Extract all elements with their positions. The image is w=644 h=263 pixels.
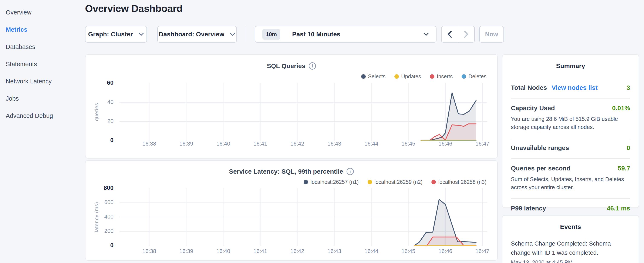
summary-row-description: Sum of Selects, Updates, Inserts, and De…: [511, 175, 630, 191]
svg-text:400: 400: [104, 213, 114, 220]
svg-text:16:43: 16:43: [328, 140, 341, 147]
time-range-badge: 10m: [262, 29, 280, 40]
svg-text:16:42: 16:42: [290, 140, 304, 147]
event-timestamp: May 13, 2020 at 4:45 PM: [511, 259, 630, 263]
controls-divider: [245, 26, 245, 43]
event-text: Schema Change Completed: Schema change w…: [511, 239, 630, 257]
svg-text:16:40: 16:40: [216, 248, 230, 254]
svg-text:16:44: 16:44: [364, 140, 378, 147]
time-step-buttons: [441, 26, 475, 43]
svg-text:16:39: 16:39: [180, 248, 193, 254]
summary-row-value: 59.7: [618, 165, 630, 172]
svg-text:16:38: 16:38: [142, 140, 156, 147]
sidebar-item-jobs[interactable]: Jobs: [6, 90, 84, 107]
previous-timespan-button[interactable]: [442, 26, 458, 42]
svg-text:200: 200: [104, 228, 114, 234]
svg-text:16:47: 16:47: [476, 140, 489, 147]
summary-row-label: P99 latency: [511, 205, 546, 212]
next-timespan-button[interactable]: [458, 26, 474, 42]
summary-row: Total NodesView nodes list3: [511, 78, 630, 99]
chevron-down-icon: [230, 33, 235, 36]
svg-text:16:44: 16:44: [364, 248, 378, 254]
chevron-down-icon: [423, 33, 429, 36]
chevron-right-icon: [464, 31, 468, 38]
summary-row: Unavailable ranges0: [511, 138, 630, 159]
summary-row-value: 0.01%: [612, 105, 630, 112]
svg-text:16:40: 16:40: [216, 140, 230, 147]
summary-row-label: Queries per second: [511, 165, 570, 172]
chart-plot-area[interactable]: 16:3816:3916:4016:4116:4216:4316:4416:45…: [86, 161, 497, 260]
now-button[interactable]: Now: [479, 26, 504, 43]
event-item[interactable]: Schema Change Completed: Schema change w…: [511, 239, 630, 263]
svg-text:16:42: 16:42: [290, 248, 304, 254]
dashboard-selector-dropdown[interactable]: Dashboard: Overview: [157, 26, 237, 43]
sidebar-item-network-latency[interactable]: Network Latency: [6, 73, 84, 90]
sidebar: OverviewMetricsDatabasesStatementsNetwor…: [6, 4, 84, 124]
svg-text:16:39: 16:39: [180, 140, 193, 147]
summary-row-label: Capacity Used: [511, 105, 555, 112]
chevron-down-icon: [138, 33, 144, 36]
svg-text:60: 60: [107, 79, 114, 86]
time-range-selector[interactable]: 10m Past 10 Minutes: [255, 26, 436, 43]
svg-text:800: 800: [104, 184, 114, 191]
events-title: Events: [511, 223, 630, 230]
sidebar-item-databases[interactable]: Databases: [6, 38, 84, 56]
svg-text:16:45: 16:45: [402, 248, 415, 254]
summary-row-head: Queries per second59.7: [511, 165, 630, 172]
summary-row-head: Capacity Used0.01%: [511, 105, 630, 112]
graph-selector-dropdown[interactable]: Graph: Cluster: [85, 26, 147, 43]
svg-text:16:47: 16:47: [476, 248, 489, 254]
svg-text:16:45: 16:45: [402, 140, 415, 147]
svg-text:20: 20: [107, 118, 114, 124]
sidebar-item-metrics[interactable]: Metrics: [6, 21, 84, 38]
chevron-left-icon: [447, 31, 452, 38]
graph-selector-label: Graph: Cluster: [88, 31, 133, 38]
sidebar-item-overview[interactable]: Overview: [6, 4, 84, 21]
svg-text:16:43: 16:43: [328, 248, 341, 254]
svg-text:queries: queries: [94, 103, 99, 121]
dashboard-selector-label: Dashboard: Overview: [159, 31, 224, 38]
sidebar-item-advanced-debug[interactable]: Advanced Debug: [6, 107, 84, 124]
summary-row-value: 46.1 ms: [607, 205, 630, 212]
events-panel: Events Schema Change Completed: Schema c…: [502, 215, 639, 263]
summary-row-label: Unavailable ranges: [511, 144, 569, 151]
summary-row-head: Unavailable ranges0: [511, 144, 630, 151]
summary-panel: Summary Total NodesView nodes list3Capac…: [502, 54, 639, 208]
svg-text:0: 0: [110, 242, 114, 248]
svg-text:0: 0: [110, 137, 114, 143]
time-range-label: Past 10 Minutes: [292, 31, 340, 38]
view-nodes-list-link[interactable]: View nodes list: [552, 84, 598, 91]
chart-plot-area[interactable]: 16:3816:3916:4016:4116:4216:4316:4416:45…: [86, 55, 497, 158]
chart-card-sql-queries: SQL QueriesiSelectsUpdatesInsertsDeletes…: [85, 54, 498, 158]
summary-row-head: Total NodesView nodes list3: [511, 84, 630, 91]
svg-text:40: 40: [107, 99, 114, 105]
svg-text:16:46: 16:46: [438, 248, 452, 254]
summary-title: Summary: [511, 62, 630, 70]
summary-row-label: Total Nodes: [511, 84, 547, 91]
svg-text:16:38: 16:38: [142, 248, 156, 254]
chart-card-service-latency: Service Latency: SQL, 99th percentileilo…: [85, 160, 498, 261]
sidebar-nav-list: OverviewMetricsDatabasesStatementsNetwor…: [6, 4, 84, 124]
summary-row-value: 0: [626, 144, 630, 151]
svg-text:latency (ms): latency (ms): [94, 202, 99, 232]
svg-text:600: 600: [104, 199, 114, 205]
summary-row-head: P99 latency46.1 ms: [511, 205, 630, 212]
svg-text:16:41: 16:41: [254, 140, 267, 147]
sidebar-item-statements[interactable]: Statements: [6, 56, 84, 73]
summary-row-description: You are using 28.6 MiB of 515.9 GiB usab…: [511, 115, 630, 131]
summary-row-value: 3: [626, 84, 630, 91]
summary-row: Capacity Used0.01%You are using 28.6 MiB…: [511, 99, 630, 138]
page-title: Overview Dashboard: [85, 3, 183, 14]
summary-row: Queries per second59.7Sum of Selects, Up…: [511, 159, 630, 198]
svg-text:16:46: 16:46: [438, 140, 452, 147]
svg-text:16:41: 16:41: [254, 248, 267, 254]
